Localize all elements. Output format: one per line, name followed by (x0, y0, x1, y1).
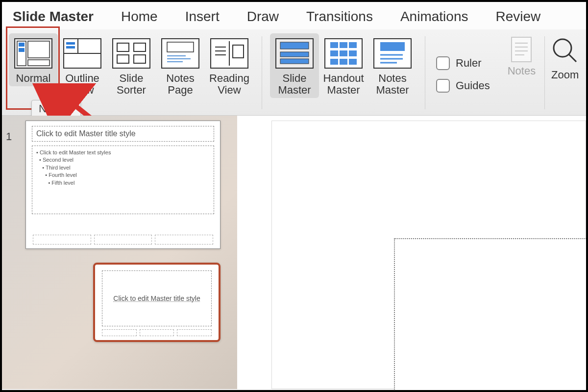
svg-rect-30 (280, 59, 309, 64)
group-master-views: Slide Master Handout Master (263, 33, 424, 112)
tab-insert[interactable]: Insert (185, 9, 220, 24)
slide-sorter-label: Slide Sorter (117, 73, 146, 96)
group-separator (262, 36, 262, 109)
svg-rect-29 (280, 52, 309, 57)
slide-master-icon (274, 36, 315, 71)
tab-transitions[interactable]: Transitions (306, 9, 373, 24)
slide-master-button[interactable]: Slide Master (270, 33, 319, 98)
reading-view-label: Reading View (209, 73, 249, 96)
checkbox-icon (436, 79, 450, 93)
svg-rect-36 (340, 50, 347, 56)
ruler-checkbox[interactable]: Ruler (436, 56, 490, 70)
notes-page-label: Notes Page (166, 73, 194, 96)
svg-point-51 (554, 39, 571, 57)
group-separator (544, 36, 545, 109)
notes-icon (511, 36, 532, 63)
notes-label: Notes (508, 65, 536, 77)
outline-view-button[interactable]: Outline View (58, 33, 107, 98)
svg-rect-46 (512, 37, 531, 62)
svg-rect-28 (280, 42, 309, 49)
notes-master-icon (372, 36, 413, 71)
svg-rect-32 (330, 42, 338, 48)
zoom-button[interactable]: Zoom (546, 33, 584, 112)
svg-rect-2 (19, 43, 24, 47)
handout-master-icon (323, 36, 364, 71)
tab-animations[interactable]: Animations (400, 9, 468, 24)
svg-rect-33 (340, 42, 347, 48)
svg-rect-10 (66, 46, 75, 49)
guides-checkbox[interactable]: Guides (436, 79, 490, 93)
slide-sorter-button[interactable]: Slide Sorter (107, 33, 156, 98)
ribbon: Normal Outline View (2, 29, 586, 116)
tab-draw[interactable]: Draw (247, 9, 279, 24)
group-separator (425, 36, 425, 109)
svg-rect-4 (28, 41, 49, 58)
thumb-title-placeholder: Click to edit Master title style (36, 129, 210, 138)
svg-rect-34 (349, 42, 357, 48)
thumb-body-placeholder: • Click to edit Master text styles • Sec… (36, 149, 210, 187)
ruler-label: Ruler (456, 57, 482, 70)
layout-thumbnail-selected[interactable]: Click to edit Master title style (93, 263, 220, 342)
ribbon-tabs: Slide Master Home Insert Draw Transition… (2, 2, 586, 29)
zoom-label: Zoom (551, 69, 579, 81)
notes-master-label: Notes Master (376, 73, 409, 96)
svg-rect-35 (330, 50, 338, 56)
svg-rect-3 (19, 48, 24, 52)
guides-label: Guides (456, 79, 490, 92)
notes-master-button[interactable]: Notes Master (368, 33, 417, 98)
checkbox-icon (436, 56, 450, 70)
svg-rect-42 (380, 42, 405, 51)
outline-view-label: Outline View (65, 73, 99, 96)
svg-rect-37 (349, 50, 357, 56)
tab-home[interactable]: Home (121, 9, 158, 24)
main-area: 1 Click to edit Master title style • Cli… (2, 116, 586, 389)
svg-rect-39 (340, 59, 347, 65)
thumb-footer-placeholders (102, 329, 212, 336)
group-show: Ruler Guides (426, 33, 502, 112)
magnifier-icon (551, 36, 579, 67)
handout-master-label: Handout Master (323, 73, 364, 96)
slide-canvas[interactable] (237, 116, 586, 389)
notes-button[interactable]: Notes (502, 33, 543, 112)
reading-view-button[interactable]: Reading View (205, 33, 254, 98)
reading-view-icon (209, 36, 249, 71)
outline-view-icon (62, 36, 102, 71)
handout-master-button[interactable]: Handout Master (319, 33, 368, 98)
normal-view-icon (13, 36, 53, 71)
notes-page-icon (160, 36, 200, 71)
tab-slide-master[interactable]: Slide Master (13, 9, 94, 24)
master-thumbnail[interactable]: Click to edit Master title style • Click… (25, 121, 220, 249)
svg-rect-9 (66, 42, 75, 45)
slide-master-label: Slide Master (278, 73, 311, 96)
slide-sorter-icon (111, 36, 151, 71)
thumb-title-placeholder: Click to edit Master title style (113, 294, 200, 302)
svg-line-52 (569, 54, 576, 62)
content-placeholder[interactable] (394, 238, 588, 392)
tab-review[interactable]: Review (495, 9, 540, 24)
normal-view-button[interactable]: Normal (9, 33, 58, 86)
notes-page-button[interactable]: Notes Page (156, 33, 205, 98)
slide-thumbnails-pane[interactable]: 1 Click to edit Master title style • Cli… (2, 116, 237, 389)
normal-view-label: Normal (16, 73, 51, 84)
slide-number: 1 (6, 130, 12, 143)
svg-rect-38 (330, 59, 338, 65)
svg-rect-5 (28, 60, 49, 66)
svg-rect-40 (349, 59, 357, 65)
thumb-footer-placeholders (33, 235, 213, 245)
tooltip-normal: Normal (31, 100, 81, 118)
